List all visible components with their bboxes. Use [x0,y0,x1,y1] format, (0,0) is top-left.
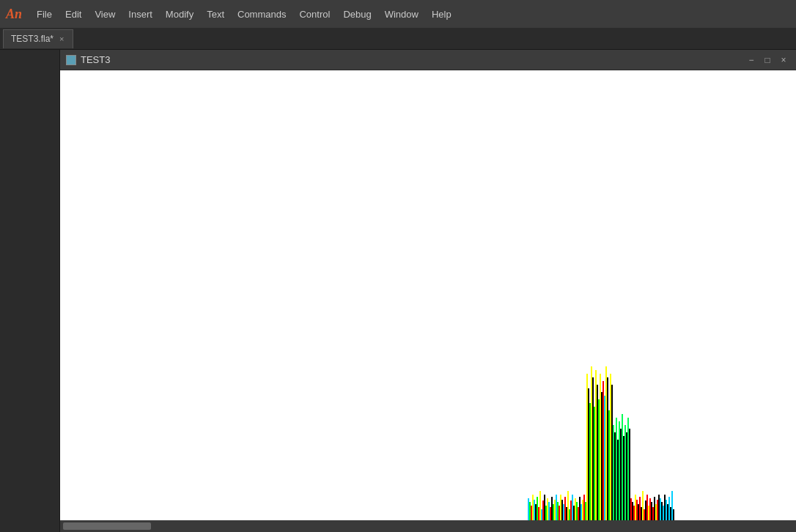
document-canvas [60,70,796,520]
menu-window[interactable]: Window [379,6,424,23]
menu-text[interactable]: Text [201,6,230,23]
document-window: TEST3 − □ × [60,50,796,532]
menu-modify[interactable]: Modify [160,6,199,23]
tab-label: TEST3.fla* [11,34,54,44]
close-button[interactable]: × [777,53,790,67]
sidebar [0,50,60,532]
barcode-graphic [528,366,674,520]
menu-control[interactable]: Control [293,6,336,23]
menu-file[interactable]: File [31,6,58,23]
document-titlebar: TEST3 − □ × [60,50,796,70]
document-icon [66,55,76,65]
horizontal-scrollbar[interactable] [60,520,796,532]
menu-edit[interactable]: Edit [59,6,87,23]
app-logo: An [6,7,22,22]
menu-debug[interactable]: Debug [337,6,377,23]
menu-help[interactable]: Help [426,6,457,23]
main-area: TEST3 − □ × [0,50,796,532]
tabbar: TEST3.fla* × [0,28,796,50]
maximize-button[interactable]: □ [761,53,774,67]
window-controls: − □ × [745,53,790,67]
document-area: TEST3 − □ × [60,50,796,532]
scrollbar-thumb[interactable] [63,522,151,530]
document-tab[interactable]: TEST3.fla* × [3,29,73,48]
tab-close-button[interactable]: × [58,34,65,43]
document-title: TEST3 [81,54,740,65]
menu-view[interactable]: View [89,6,121,23]
menubar: An File Edit View Insert Modify Text Com… [0,0,796,28]
menu-insert[interactable]: Insert [122,6,158,23]
minimize-button[interactable]: − [745,53,758,67]
menu-commands[interactable]: Commands [232,6,292,23]
